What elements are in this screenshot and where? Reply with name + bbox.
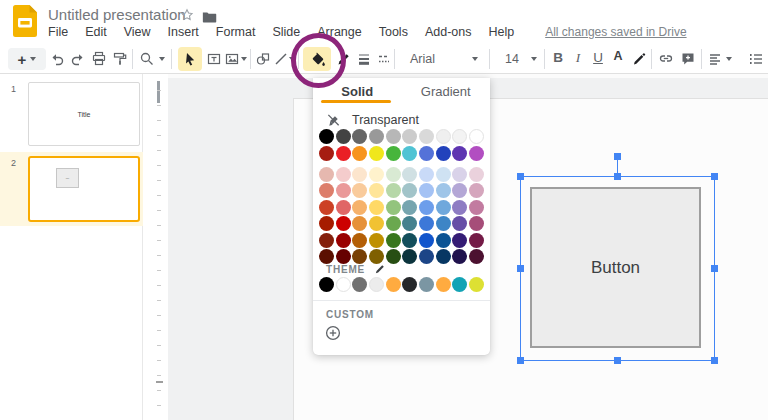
- color-swatch[interactable]: [386, 146, 401, 161]
- color-swatch[interactable]: [452, 183, 467, 198]
- color-swatch[interactable]: [369, 216, 384, 231]
- tab-gradient[interactable]: Gradient: [402, 78, 491, 103]
- color-swatch[interactable]: [469, 277, 484, 292]
- color-swatch[interactable]: [336, 277, 351, 292]
- rotation-handle[interactable]: [614, 153, 621, 160]
- color-swatch[interactable]: [452, 200, 467, 215]
- resize-handle-s[interactable]: [614, 357, 621, 364]
- color-swatch[interactable]: [436, 167, 451, 182]
- menu-item-file[interactable]: File: [48, 25, 68, 39]
- color-swatch[interactable]: [369, 129, 384, 144]
- color-swatch[interactable]: [469, 129, 484, 144]
- color-swatch[interactable]: [369, 167, 384, 182]
- document-title[interactable]: Untitled presentation: [48, 6, 186, 23]
- color-swatch[interactable]: [319, 167, 334, 182]
- menu-item-edit[interactable]: Edit: [85, 25, 107, 39]
- insert-comment-button[interactable]: [680, 51, 696, 67]
- color-swatch[interactable]: [402, 249, 417, 264]
- border-dash-button[interactable]: [376, 51, 392, 67]
- align-button[interactable]: [707, 51, 723, 67]
- color-swatch[interactable]: [452, 216, 467, 231]
- color-swatch[interactable]: [386, 200, 401, 215]
- color-swatch[interactable]: [319, 200, 334, 215]
- color-swatch[interactable]: [436, 249, 451, 264]
- border-weight-button[interactable]: [356, 51, 372, 67]
- new-slide-button[interactable]: +: [8, 48, 46, 70]
- color-swatch[interactable]: [402, 277, 417, 292]
- color-swatch[interactable]: [352, 183, 367, 198]
- print-button[interactable]: [91, 51, 107, 67]
- color-swatch[interactable]: [352, 129, 367, 144]
- color-swatch[interactable]: [436, 183, 451, 198]
- color-swatch[interactable]: [402, 216, 417, 231]
- resize-handle-e[interactable]: [711, 265, 718, 272]
- color-swatch[interactable]: [369, 277, 384, 292]
- color-swatch[interactable]: [452, 249, 467, 264]
- color-swatch[interactable]: [402, 200, 417, 215]
- color-swatch[interactable]: [386, 249, 401, 264]
- color-swatch[interactable]: [369, 183, 384, 198]
- italic-button[interactable]: I: [570, 50, 586, 68]
- color-swatch[interactable]: [319, 129, 334, 144]
- color-swatch[interactable]: [469, 200, 484, 215]
- resize-handle-n[interactable]: [614, 173, 621, 180]
- color-swatch[interactable]: [369, 233, 384, 248]
- save-status[interactable]: All changes saved in Drive: [545, 25, 686, 39]
- menu-item-insert[interactable]: Insert: [168, 25, 199, 39]
- color-swatch[interactable]: [352, 167, 367, 182]
- color-swatch[interactable]: [419, 277, 434, 292]
- color-swatch[interactable]: [469, 216, 484, 231]
- color-swatch[interactable]: [352, 233, 367, 248]
- underline-button[interactable]: U: [590, 50, 606, 68]
- color-swatch[interactable]: [436, 233, 451, 248]
- color-swatch[interactable]: [319, 216, 334, 231]
- text-color-button[interactable]: A: [610, 50, 626, 68]
- menu-item-add-ons[interactable]: Add-ons: [425, 25, 472, 39]
- add-custom-color-button[interactable]: [325, 325, 341, 341]
- color-swatch[interactable]: [419, 200, 434, 215]
- tab-solid[interactable]: Solid: [313, 78, 402, 103]
- color-swatch[interactable]: [352, 249, 367, 264]
- color-swatch[interactable]: [319, 183, 334, 198]
- resize-handle-sw[interactable]: [517, 357, 524, 364]
- insert-link-button[interactable]: [658, 51, 674, 67]
- color-swatch[interactable]: [452, 167, 467, 182]
- redo-button[interactable]: [70, 51, 86, 67]
- color-swatch[interactable]: [352, 277, 367, 292]
- line-button[interactable]: [273, 51, 289, 67]
- resize-handle-se[interactable]: [711, 357, 718, 364]
- color-swatch[interactable]: [336, 183, 351, 198]
- border-color-button[interactable]: [336, 51, 352, 67]
- shape-button[interactable]: [255, 51, 271, 67]
- star-icon[interactable]: [180, 8, 194, 26]
- color-swatch[interactable]: [402, 129, 417, 144]
- color-swatch[interactable]: [386, 167, 401, 182]
- color-swatch[interactable]: [436, 200, 451, 215]
- color-swatch[interactable]: [419, 167, 434, 182]
- insert-image-button[interactable]: [224, 51, 240, 67]
- menu-item-arrange[interactable]: Arrange: [317, 25, 361, 39]
- fill-color-button[interactable]: [303, 47, 331, 71]
- color-swatch[interactable]: [336, 146, 351, 161]
- color-swatch[interactable]: [319, 146, 334, 161]
- color-swatch[interactable]: [419, 129, 434, 144]
- color-swatch[interactable]: [419, 249, 434, 264]
- color-swatch[interactable]: [469, 167, 484, 182]
- color-swatch[interactable]: [336, 216, 351, 231]
- menu-item-slide[interactable]: Slide: [272, 25, 300, 39]
- color-swatch[interactable]: [436, 146, 451, 161]
- color-swatch[interactable]: [336, 249, 351, 264]
- color-swatch[interactable]: [452, 129, 467, 144]
- color-swatch[interactable]: [386, 129, 401, 144]
- edit-theme-icon[interactable]: [374, 263, 386, 275]
- color-swatch[interactable]: [352, 200, 367, 215]
- scrollbar-thumb[interactable]: [157, 81, 160, 103]
- highlight-color-button[interactable]: [631, 51, 647, 67]
- color-swatch[interactable]: [436, 216, 451, 231]
- color-swatch[interactable]: [419, 233, 434, 248]
- select-button[interactable]: [178, 47, 202, 71]
- color-swatch[interactable]: [436, 129, 451, 144]
- color-swatch[interactable]: [419, 216, 434, 231]
- color-swatch[interactable]: [319, 249, 334, 264]
- color-swatch[interactable]: [319, 277, 334, 292]
